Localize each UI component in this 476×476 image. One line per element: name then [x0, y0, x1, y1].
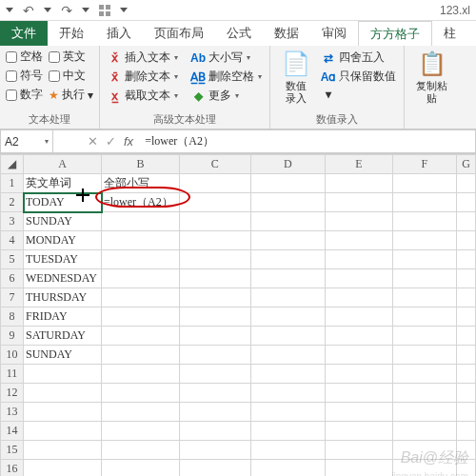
cell[interactable] [457, 193, 476, 212]
tab-home[interactable]: 开始 [48, 21, 95, 46]
row-7[interactable]: 7 [1, 288, 24, 307]
accept-icon[interactable]: ✓ [106, 134, 116, 149]
cell[interactable] [180, 365, 251, 384]
cell[interactable] [326, 193, 393, 212]
dropdown-icon[interactable] [6, 8, 13, 12]
cell[interactable] [250, 250, 325, 269]
dropdown-icon[interactable] [120, 8, 128, 12]
cell[interactable] [250, 460, 325, 477]
cell[interactable] [24, 460, 102, 477]
cell[interactable] [457, 174, 476, 193]
cell[interactable] [102, 307, 180, 327]
cell[interactable] [250, 365, 325, 384]
redo-icon[interactable]: ↶ [61, 3, 72, 18]
cell[interactable] [180, 269, 251, 288]
cell[interactable] [180, 288, 251, 307]
select-all[interactable]: ◢ [1, 155, 24, 174]
cell[interactable]: WEDNESDAY [24, 269, 102, 288]
cell[interactable] [102, 346, 180, 365]
tab-formula[interactable]: 公式 [215, 21, 263, 46]
cell[interactable] [326, 212, 393, 231]
col-D[interactable]: D [250, 155, 325, 174]
cell[interactable] [392, 174, 456, 193]
cell[interactable] [24, 441, 102, 460]
tab-data[interactable]: 数据 [263, 21, 310, 46]
cell[interactable] [180, 422, 251, 441]
cell[interactable] [250, 403, 325, 422]
cell[interactable] [326, 288, 393, 307]
col-B[interactable]: B [102, 155, 180, 174]
cell[interactable] [326, 231, 393, 250]
cell[interactable] [102, 403, 180, 422]
row-11[interactable]: 11 [1, 365, 24, 384]
cell[interactable] [180, 231, 251, 250]
btn-round[interactable]: ⇄四舍五入 [320, 49, 398, 67]
cell[interactable] [457, 422, 476, 441]
cell[interactable]: TUESDAY [24, 250, 102, 269]
cell[interactable] [180, 193, 251, 212]
tab-layout[interactable]: 页面布局 [143, 21, 215, 46]
row-16[interactable]: 16 [1, 460, 24, 477]
cell[interactable] [102, 327, 180, 346]
grid[interactable]: ◢ABCDEFG 1英文单词全部小写 2TODAY=lower（A2） 3SUN… [0, 154, 476, 476]
cell[interactable] [457, 307, 476, 327]
cell[interactable]: =lower（A2） [102, 193, 180, 212]
cell[interactable] [326, 403, 393, 422]
tab-file[interactable]: 文件 [0, 21, 48, 46]
cell[interactable] [102, 422, 180, 441]
chk-english[interactable]: 英文 [49, 49, 93, 65]
cell[interactable] [392, 269, 456, 288]
dropdown-icon[interactable] [44, 8, 51, 12]
row-14[interactable]: 14 [1, 422, 24, 441]
cell[interactable] [250, 174, 325, 193]
btn-cut-text[interactable]: x̲截取文本▾ [106, 87, 180, 105]
btn-insert-text[interactable]: x̌插入文本▾ [106, 49, 180, 67]
cell[interactable] [326, 174, 393, 193]
cell[interactable] [180, 346, 251, 365]
cell[interactable] [24, 384, 102, 403]
cell[interactable] [102, 365, 180, 384]
cell[interactable] [250, 327, 325, 346]
row-4[interactable]: 4 [1, 231, 24, 250]
cell[interactable] [392, 212, 456, 231]
col-G[interactable]: G [457, 155, 476, 174]
cell[interactable] [457, 269, 476, 288]
cell[interactable] [392, 422, 456, 441]
chk-space[interactable]: 空格 [6, 49, 43, 65]
btn-paste[interactable]: 📋 复制粘 贴 [410, 49, 453, 107]
col-F[interactable]: F [392, 155, 456, 174]
cell[interactable] [250, 441, 325, 460]
tab-more[interactable]: 柱 [432, 21, 467, 46]
cell[interactable] [392, 403, 456, 422]
cell[interactable] [24, 403, 102, 422]
cell[interactable] [457, 231, 476, 250]
cell[interactable]: THURSDAY [24, 288, 102, 307]
cell[interactable] [326, 384, 393, 403]
row-1[interactable]: 1 [1, 174, 24, 193]
btn-keepnum[interactable]: Aɑ只保留数值 [320, 68, 398, 86]
cell[interactable] [326, 250, 393, 269]
row-15[interactable]: 15 [1, 441, 24, 460]
cell[interactable] [250, 212, 325, 231]
cell[interactable] [457, 384, 476, 403]
cell[interactable] [24, 422, 102, 441]
cell[interactable] [457, 327, 476, 346]
cell[interactable] [180, 460, 251, 477]
cell[interactable]: SUNDAY [24, 346, 102, 365]
cell[interactable] [180, 384, 251, 403]
row-6[interactable]: 6 [1, 269, 24, 288]
cell[interactable] [250, 307, 325, 327]
cell[interactable] [102, 288, 180, 307]
cell[interactable] [326, 269, 393, 288]
cell[interactable] [250, 422, 325, 441]
cell[interactable] [102, 460, 180, 477]
cell[interactable]: SATURDAY [24, 327, 102, 346]
dropdown-icon[interactable] [82, 8, 89, 12]
cell[interactable] [180, 174, 251, 193]
row-3[interactable]: 3 [1, 212, 24, 231]
cell[interactable] [392, 346, 456, 365]
col-C[interactable]: C [180, 155, 251, 174]
cell[interactable] [392, 384, 456, 403]
cell[interactable]: FRIDAY [24, 307, 102, 327]
cell[interactable]: 全部小写 [102, 174, 180, 193]
